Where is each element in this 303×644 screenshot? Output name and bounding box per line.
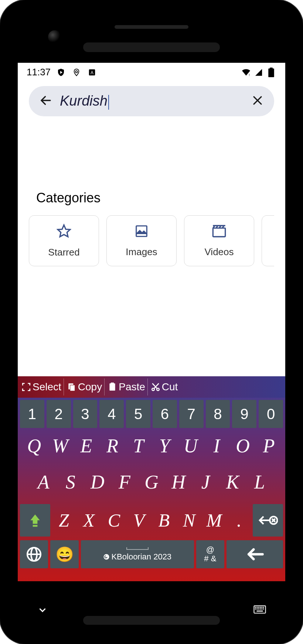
key-1[interactable]: 1	[20, 400, 44, 428]
symbols-top: @	[206, 545, 214, 554]
svg-rect-34	[257, 607, 258, 608]
key-l[interactable]: L	[247, 468, 272, 496]
key-symbols[interactable]: @ # &	[196, 540, 224, 568]
key-m[interactable]: M	[203, 506, 226, 534]
key-9[interactable]: 9	[232, 400, 256, 428]
keyboard-row-q: Q W E R T Y U I O P	[20, 432, 283, 466]
space-indicator	[126, 547, 149, 550]
category-row[interactable]: Starred Images Videos	[29, 215, 274, 266]
svg-rect-6	[268, 68, 274, 77]
speaker-bottom	[83, 616, 220, 625]
key-enter[interactable]	[227, 540, 283, 568]
key-z[interactable]: Z	[52, 506, 75, 534]
key-period[interactable]: .	[228, 506, 251, 534]
category-more[interactable]	[262, 215, 274, 266]
signal-icon	[253, 67, 264, 78]
key-emoji[interactable]: 😄	[50, 540, 78, 568]
key-o[interactable]: O	[231, 432, 255, 460]
symbols-bottom: # &	[204, 554, 216, 563]
key-space[interactable]: KBoloorian 2023	[81, 540, 194, 568]
key-f[interactable]: F	[112, 468, 137, 496]
wifi-icon: !	[241, 67, 251, 78]
star-icon	[57, 224, 71, 240]
key-x[interactable]: X	[78, 506, 101, 534]
svg-rect-39	[255, 609, 256, 610]
key-backspace[interactable]	[253, 504, 283, 537]
key-7[interactable]: 7	[179, 400, 204, 428]
toolbar-label: Cut	[162, 381, 178, 393]
key-2[interactable]: 2	[47, 400, 71, 428]
toolbar-select[interactable]: Select	[19, 378, 64, 395]
svg-rect-38	[263, 607, 264, 608]
svg-rect-22	[33, 525, 38, 527]
key-g[interactable]: G	[139, 468, 164, 496]
svg-rect-43	[261, 609, 262, 610]
battery-icon	[266, 67, 276, 78]
key-5[interactable]: 5	[126, 400, 150, 428]
key-u[interactable]: U	[179, 432, 203, 460]
categories-heading: Categories	[29, 190, 274, 206]
key-8[interactable]: 8	[206, 400, 230, 428]
key-n[interactable]: N	[178, 506, 201, 534]
key-shift[interactable]	[20, 504, 50, 537]
svg-rect-16	[110, 383, 115, 391]
svg-rect-12	[136, 226, 147, 236]
search-input-text: Kurdish	[60, 93, 108, 109]
key-4[interactable]: 4	[99, 400, 124, 428]
key-y[interactable]: Y	[153, 432, 177, 460]
space-label: KBoloorian 2023	[111, 552, 171, 562]
key-v[interactable]: V	[127, 506, 150, 534]
key-w[interactable]: W	[48, 432, 72, 460]
key-b[interactable]: B	[153, 506, 176, 534]
svg-point-1	[75, 71, 78, 73]
key-3[interactable]: 3	[73, 400, 98, 428]
keyboard-keys: 1 2 3 4 5 6 7 8 9 0 Q W	[18, 398, 285, 581]
keyboard-row-z: Z X C V B N M .	[20, 504, 283, 537]
key-0[interactable]: 0	[259, 400, 283, 428]
svg-text:!: !	[249, 73, 250, 76]
svg-rect-35	[258, 607, 259, 608]
key-d[interactable]: D	[85, 468, 110, 496]
status-left: 11:37 A	[27, 66, 97, 78]
key-6[interactable]: 6	[153, 400, 177, 428]
back-arrow-icon[interactable]	[39, 94, 52, 109]
key-q[interactable]: Q	[22, 432, 46, 460]
key-h[interactable]: H	[166, 468, 191, 496]
toolbar-copy[interactable]: Copy	[65, 378, 105, 395]
svg-rect-15	[70, 385, 75, 391]
keyboard-toolbar: Select Copy Paste Cut	[18, 376, 285, 398]
key-s[interactable]: S	[58, 468, 83, 496]
key-i[interactable]: I	[205, 432, 229, 460]
key-k[interactable]: K	[220, 468, 245, 496]
key-r[interactable]: R	[101, 432, 125, 460]
key-e[interactable]: E	[74, 432, 98, 460]
category-images[interactable]: Images	[106, 215, 177, 266]
search-bar[interactable]: Kurdish	[29, 86, 274, 116]
app-icon: A	[87, 67, 97, 78]
key-c[interactable]: C	[103, 506, 126, 534]
category-videos[interactable]: Videos	[184, 215, 254, 266]
key-j[interactable]: J	[193, 468, 218, 496]
search-input[interactable]: Kurdish	[60, 93, 244, 110]
toolbar-cut[interactable]: Cut	[149, 378, 180, 395]
toolbar-label: Select	[33, 381, 61, 393]
key-p[interactable]: P	[257, 432, 281, 460]
key-language[interactable]	[20, 540, 48, 568]
key-t[interactable]: T	[126, 432, 150, 460]
svg-rect-33	[255, 607, 256, 608]
svg-rect-17	[111, 383, 114, 384]
svg-rect-40	[257, 609, 258, 610]
clear-icon[interactable]	[251, 94, 264, 108]
toolbar-paste[interactable]: Paste	[105, 378, 148, 395]
keyboard-row-a: A S D F G H J K L	[20, 468, 283, 502]
category-starred[interactable]: Starred	[29, 215, 99, 266]
svg-rect-41	[258, 609, 259, 610]
key-a[interactable]: A	[31, 468, 56, 496]
phone-inner: 11:37 A !	[7, 7, 296, 637]
shield-icon	[56, 67, 66, 78]
keyboard: Select Copy Paste Cut	[18, 376, 285, 581]
svg-text:A: A	[91, 70, 93, 75]
nav-back-icon[interactable]	[37, 604, 48, 617]
location-icon	[71, 67, 82, 78]
keyboard-switch-icon[interactable]	[253, 605, 266, 616]
